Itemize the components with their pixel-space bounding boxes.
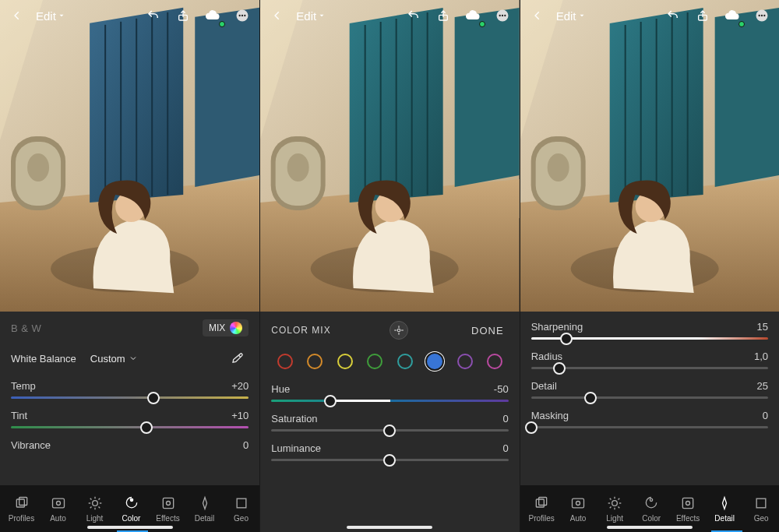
mix-button[interactable]: MIX xyxy=(203,319,249,336)
done-button[interactable]: DONE xyxy=(467,322,509,340)
cloud-sync-icon[interactable] xyxy=(721,5,743,26)
slider-thumb[interactable] xyxy=(525,421,538,434)
slider-label: Radius xyxy=(531,351,562,362)
tool-label: Color xyxy=(122,514,141,523)
tool-auto[interactable]: Auto xyxy=(560,495,597,523)
more-icon[interactable] xyxy=(751,5,773,26)
tool-light[interactable]: Light xyxy=(597,495,633,523)
swatch-orange[interactable] xyxy=(307,354,323,369)
cloud-sync-icon[interactable] xyxy=(462,5,484,26)
tool-effects[interactable]: Effects xyxy=(150,495,186,523)
slider-radius[interactable]: Radius 1,0 xyxy=(520,347,779,377)
undo-icon[interactable] xyxy=(403,5,425,26)
slider-track[interactable] xyxy=(531,426,768,428)
slider-track[interactable] xyxy=(271,459,508,461)
swatch-aqua[interactable] xyxy=(397,354,413,369)
slider-detail[interactable]: Detail 25 xyxy=(520,377,779,407)
tool-auto[interactable]: Auto xyxy=(40,495,76,523)
home-indicator[interactable] xyxy=(347,526,432,529)
tool-effects[interactable]: Effects xyxy=(670,495,707,523)
svg-rect-84 xyxy=(539,498,547,506)
bw-toggle[interactable]: B & W xyxy=(11,322,41,334)
slider-thumb[interactable] xyxy=(553,362,566,375)
eyedropper-icon[interactable] xyxy=(227,347,249,369)
svg-point-65 xyxy=(758,15,760,16)
svg-marker-51 xyxy=(455,8,520,187)
slider-vibrance[interactable]: Vibrance 0 xyxy=(0,436,259,456)
swatch-green[interactable] xyxy=(367,354,382,369)
home-indicator[interactable] xyxy=(607,526,693,529)
share-icon[interactable] xyxy=(432,5,454,26)
cloud-sync-icon[interactable] xyxy=(202,5,224,26)
slider-track[interactable] xyxy=(531,367,768,369)
share-icon[interactable] xyxy=(172,5,194,26)
svg-point-41 xyxy=(501,15,502,16)
chevron-down-icon xyxy=(318,12,326,19)
svg-rect-20 xyxy=(16,499,24,507)
tool-label: Geo xyxy=(234,514,249,523)
auto-icon xyxy=(50,495,67,512)
tool-geometry[interactable]: Geo xyxy=(743,495,779,523)
slider-sharpening[interactable]: Sharpening 15 xyxy=(520,312,779,347)
swatch-magenta[interactable] xyxy=(487,354,502,369)
slider-luminance[interactable]: Luminance 0 xyxy=(260,439,519,469)
slider-track[interactable] xyxy=(531,396,768,399)
undo-icon[interactable] xyxy=(143,5,164,26)
mode-select[interactable]: Edit xyxy=(36,9,65,23)
tool-detail[interactable]: Detail xyxy=(707,495,743,523)
color-panel: B & W MIX White Balance Custom xyxy=(0,312,259,532)
tool-detail[interactable]: Detail xyxy=(186,495,223,523)
tool-color[interactable]: Color xyxy=(633,495,670,523)
slider-hue[interactable]: Hue -50 xyxy=(260,380,519,410)
undo-icon[interactable] xyxy=(662,5,684,26)
slider-thumb[interactable] xyxy=(324,395,337,407)
swatch-blue[interactable] xyxy=(427,354,442,369)
effects-icon xyxy=(679,495,696,512)
swatch-purple[interactable] xyxy=(457,354,473,369)
white-balance-select[interactable]: Custom xyxy=(90,353,138,365)
more-icon[interactable] xyxy=(492,5,513,26)
panel-title: COLOR MIX xyxy=(271,325,330,336)
slider-track[interactable] xyxy=(271,400,508,402)
share-icon[interactable] xyxy=(692,5,714,26)
color-icon xyxy=(643,495,660,512)
tool-geometry[interactable]: Geo xyxy=(223,495,259,523)
effects-icon xyxy=(160,495,177,512)
slider-fill xyxy=(330,400,390,402)
more-icon[interactable] xyxy=(231,5,253,26)
mode-select[interactable]: Edit xyxy=(296,9,326,23)
slider-track[interactable] xyxy=(11,396,249,399)
slider-thumb[interactable] xyxy=(560,333,573,345)
slider-thumb[interactable] xyxy=(383,425,396,437)
slider-track[interactable] xyxy=(531,337,768,340)
tool-profiles[interactable]: Profiles xyxy=(3,495,40,523)
svg-point-24 xyxy=(92,501,97,506)
back-icon[interactable] xyxy=(527,5,548,26)
tool-color[interactable]: Color xyxy=(113,495,150,523)
swatch-red[interactable] xyxy=(277,354,293,369)
photo-preview[interactable] xyxy=(260,0,519,312)
target-adjust-icon[interactable] xyxy=(390,321,408,340)
slider-track[interactable] xyxy=(271,429,508,432)
slider-thumb[interactable] xyxy=(584,392,597,404)
back-icon[interactable] xyxy=(6,5,28,26)
photo-preview[interactable] xyxy=(520,0,779,312)
slider-temp[interactable]: Temp +20 xyxy=(0,377,259,407)
slider-thumb[interactable] xyxy=(147,392,160,404)
slider-saturation[interactable]: Saturation 0 xyxy=(260,410,519,439)
slider-masking[interactable]: Masking 0 xyxy=(520,407,779,436)
slider-track[interactable] xyxy=(11,426,249,428)
tool-light[interactable]: Light xyxy=(76,495,113,523)
back-icon[interactable] xyxy=(266,5,288,26)
slider-thumb[interactable] xyxy=(140,421,153,434)
photo-preview[interactable] xyxy=(0,0,259,312)
swatch-yellow[interactable] xyxy=(337,354,353,369)
slider-tint[interactable]: Tint +10 xyxy=(0,407,259,436)
tool-profiles[interactable]: Profiles xyxy=(523,495,560,523)
slider-thumb[interactable] xyxy=(383,454,396,467)
toolbar: Profiles Auto Light Color Effects xyxy=(0,485,259,532)
home-indicator[interactable] xyxy=(87,526,173,529)
mode-select[interactable]: Edit xyxy=(556,9,586,23)
svg-point-54 xyxy=(287,153,309,181)
top-bar: Edit xyxy=(260,0,519,31)
